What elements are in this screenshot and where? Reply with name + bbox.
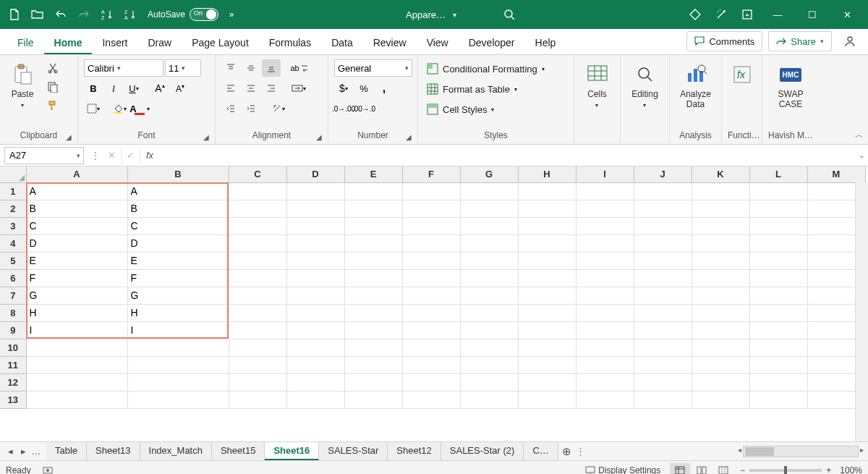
grid-cell[interactable]	[229, 182, 286, 200]
grid-cell[interactable]	[749, 321, 807, 339]
grid-cell[interactable]	[518, 234, 576, 252]
chevron-down-icon[interactable]: ▾	[453, 11, 456, 19]
merge-center-icon[interactable]: ▾	[289, 80, 308, 97]
grid-cell[interactable]	[402, 321, 460, 339]
grid-cell[interactable]	[576, 234, 634, 252]
zoom-control[interactable]: − + 100%	[740, 465, 862, 475]
sheet-tab[interactable]: SALES-Star (2)	[441, 442, 524, 460]
tab-home[interactable]: Home	[44, 31, 93, 54]
grid-cell[interactable]: F	[127, 269, 229, 287]
close-button[interactable]: ✕	[830, 0, 864, 29]
grid-cell[interactable]	[286, 391, 344, 408]
align-top-icon[interactable]	[221, 59, 240, 77]
align-bottom-icon[interactable]	[262, 59, 281, 77]
editing-button[interactable]: Editing▾	[626, 59, 663, 113]
row-header[interactable]: 2	[0, 200, 26, 217]
grid-cell[interactable]	[344, 252, 402, 269]
diamond-icon[interactable]	[683, 4, 707, 25]
minimize-button[interactable]: —	[761, 0, 794, 29]
grid-cell[interactable]	[402, 304, 460, 321]
number-format-combo[interactable]: General▾	[334, 59, 412, 77]
orientation-icon[interactable]: ▾	[269, 100, 288, 117]
tab-help[interactable]: Help	[525, 31, 566, 54]
grid-cell[interactable]	[127, 339, 229, 356]
new-file-icon[interactable]	[4, 4, 25, 25]
grid-cell[interactable]	[749, 200, 807, 217]
grid-cell[interactable]	[229, 356, 286, 373]
sheet-nav-menu-icon[interactable]: …	[30, 446, 42, 457]
grid-cell[interactable]	[402, 339, 460, 356]
grid-cell[interactable]	[229, 339, 286, 356]
column-header[interactable]: G	[460, 166, 518, 182]
grid-cell[interactable]: A	[127, 182, 229, 200]
grid-cell[interactable]	[576, 373, 634, 391]
grid-cell[interactable]	[749, 287, 807, 304]
vertical-scrollbar[interactable]	[855, 182, 868, 441]
grid-cell[interactable]	[229, 287, 286, 304]
grid-cell[interactable]	[518, 217, 576, 234]
grid-cell[interactable]	[692, 252, 749, 269]
borders-icon[interactable]: ▾	[84, 100, 103, 117]
grid-cell[interactable]: D	[127, 234, 229, 252]
grid-cell[interactable]	[749, 391, 807, 408]
horizontal-scrollbar[interactable]: ◂ ▸	[586, 446, 868, 457]
grid-cell[interactable]	[286, 200, 344, 217]
grid-cell[interactable]	[229, 373, 286, 391]
grid-cell[interactable]: D	[26, 234, 127, 252]
grid-cell[interactable]	[576, 287, 634, 304]
grid-cell[interactable]	[344, 287, 402, 304]
page-layout-view-icon[interactable]	[692, 463, 712, 475]
grid-cell[interactable]	[344, 217, 402, 234]
grid-cell[interactable]	[286, 287, 344, 304]
column-header[interactable]: L	[749, 166, 807, 182]
grid-cell[interactable]	[460, 252, 518, 269]
column-header[interactable]: M	[807, 166, 865, 182]
grid-cell[interactable]	[344, 182, 402, 200]
grid-cell[interactable]: H	[127, 304, 229, 321]
page-break-view-icon[interactable]	[713, 463, 733, 475]
grid-cell[interactable]	[460, 304, 518, 321]
grid-cell[interactable]	[229, 269, 286, 287]
grid-cell[interactable]	[286, 182, 344, 200]
sort-desc-icon[interactable]: ZA	[120, 4, 140, 25]
format-painter-icon[interactable]	[43, 97, 62, 114]
tab-draw[interactable]: Draw	[137, 31, 182, 54]
grid-cell[interactable]	[26, 391, 127, 408]
font-color-icon[interactable]: A▾	[130, 100, 149, 117]
decrease-indent-icon[interactable]	[221, 100, 240, 117]
grid-cell[interactable]: C	[127, 217, 229, 234]
grid-cell[interactable]	[692, 269, 749, 287]
grid-cell[interactable]	[749, 356, 807, 373]
grid-cell[interactable]	[518, 356, 576, 373]
wand-icon[interactable]	[709, 4, 733, 25]
grid-cell[interactable]	[402, 217, 460, 234]
grid-cell[interactable]	[749, 252, 807, 269]
spreadsheet-grid[interactable]: ABCDEFGHIJKLM1AA2BB3CC4DD5EE6FF7GG8HH9II…	[0, 166, 868, 441]
grid-cell[interactable]: A	[26, 182, 127, 200]
zoom-level[interactable]: 100%	[840, 465, 862, 475]
grid-cell[interactable]	[634, 217, 692, 234]
sheet-tab[interactable]: Sheet15	[212, 442, 265, 460]
grid-cell[interactable]	[518, 373, 576, 391]
maximize-button[interactable]: ☐	[796, 0, 829, 29]
grid-cell[interactable]	[460, 234, 518, 252]
account-icon[interactable]	[839, 31, 861, 51]
align-right-icon[interactable]	[262, 80, 281, 97]
row-header[interactable]: 10	[0, 339, 26, 356]
column-header[interactable]: C	[229, 166, 286, 182]
grid-cell[interactable]	[229, 321, 286, 339]
column-header[interactable]: D	[286, 166, 344, 182]
grid-cell[interactable]: G	[127, 287, 229, 304]
display-settings-button[interactable]: Display Settings	[585, 465, 660, 475]
grid-cell[interactable]	[344, 200, 402, 217]
grid-cell[interactable]	[692, 373, 749, 391]
grid-cell[interactable]	[634, 252, 692, 269]
grid-cell[interactable]	[518, 339, 576, 356]
tab-review[interactable]: Review	[363, 31, 417, 54]
bold-button[interactable]: B	[84, 80, 103, 97]
grid-cell[interactable]	[460, 217, 518, 234]
grid-cell[interactable]	[692, 217, 749, 234]
grid-cell[interactable]	[692, 182, 749, 200]
grid-cell[interactable]	[402, 356, 460, 373]
sheet-tab[interactable]: C…	[524, 442, 558, 460]
